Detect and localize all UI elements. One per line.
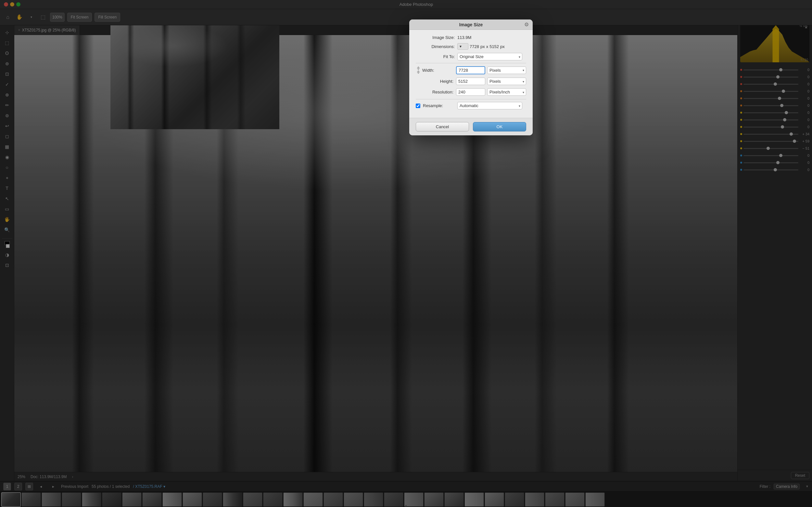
width-label: Width: (422, 68, 434, 73)
resolution-unit-select[interactable]: Pixels/Inch Pixels/Centimeter (487, 88, 526, 96)
resample-method-select[interactable]: Automatic Preserve Details Bicubic Smoot… (457, 102, 522, 109)
image-size-row: Image Size: 113.9M (416, 35, 526, 40)
modal-divider-1 (416, 63, 526, 63)
modal-title: Image Size (459, 22, 483, 27)
resample-label: Resample: (423, 103, 443, 108)
height-unit-select[interactable]: Pixels Percent Inches (487, 77, 526, 85)
fit-to-select[interactable]: Original Size Custom (457, 53, 522, 60)
resample-checkbox[interactable] (416, 104, 420, 108)
height-input[interactable] (456, 77, 485, 85)
dimensions-width: 7728 (470, 44, 479, 49)
width-input[interactable] (456, 66, 485, 74)
dimensions-x: x (486, 44, 489, 49)
image-size-label: Image Size: (416, 35, 455, 40)
height-label: Height: (416, 79, 453, 84)
cancel-button[interactable]: Cancel (416, 122, 469, 131)
fit-to-label: Fit To: (416, 54, 455, 59)
dimensions-dropdown-wrap[interactable]: ▾ (457, 43, 468, 50)
link-icon-width (416, 66, 421, 74)
resolution-row: Resolution: Pixels/Inch Pixels/Centimete… (416, 88, 526, 96)
resolution-unit-wrap[interactable]: Pixels/Inch Pixels/Centimeter ▾ (487, 88, 526, 96)
image-size-dialog: Image Size ⚙ Image Size: 113.9M Dimensio… (409, 19, 533, 135)
dimensions-height: 5152 (490, 44, 499, 49)
resolution-input[interactable] (456, 88, 485, 96)
ok-button[interactable]: OK (473, 122, 526, 131)
dimensions-toggle[interactable]: ▾ (457, 43, 468, 50)
fit-to-row: Fit To: Original Size Custom ▾ (416, 53, 526, 60)
modal-titlebar: Image Size ⚙ (409, 19, 533, 30)
dimensions-label: Dimensions: (416, 44, 455, 49)
resample-row: Resample: Automatic Preserve Details Bic… (416, 102, 526, 109)
fit-to-select-wrap[interactable]: Original Size Custom ▾ (457, 53, 522, 60)
width-unit-select[interactable]: Pixels Percent Inches (487, 66, 526, 74)
image-size-value: 113.9M (457, 35, 471, 40)
modal-divider-2 (416, 99, 526, 99)
resolution-label: Resolution: (416, 90, 453, 95)
dimensions-px-1: px (480, 44, 485, 49)
height-row: Height: Pixels Percent Inches ▾ (416, 77, 526, 85)
width-row: Width: Pixels Percent Inches ▾ (416, 66, 526, 74)
resample-method-wrap[interactable]: Automatic Preserve Details Bicubic Smoot… (457, 102, 522, 109)
height-unit-wrap[interactable]: Pixels Percent Inches ▾ (487, 77, 526, 85)
modal-body: Image Size: 113.9M Dimensions: ▾ 7728 px… (409, 30, 533, 118)
modal-footer: Cancel OK (409, 118, 533, 135)
width-unit-wrap[interactable]: Pixels Percent Inches ▾ (487, 66, 526, 74)
dimensions-px-2: px (500, 44, 505, 49)
dimensions-row: Dimensions: ▾ 7728 px x 5152 px (416, 43, 526, 50)
modal-gear-icon[interactable]: ⚙ (524, 21, 529, 27)
modal-overlay: Image Size ⚙ Image Size: 113.9M Dimensio… (0, 0, 812, 507)
